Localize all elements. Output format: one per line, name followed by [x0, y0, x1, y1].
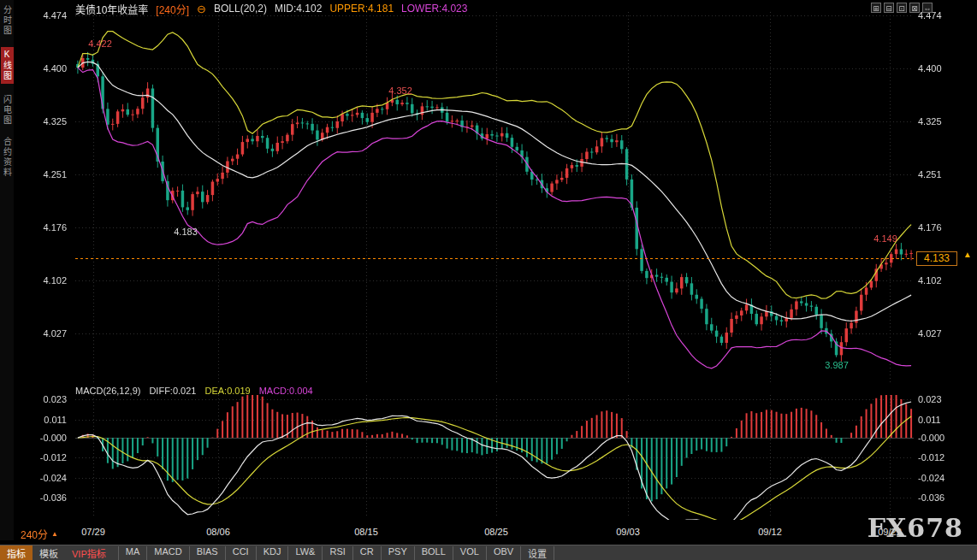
macd-diff-value: DIFF:0.021	[149, 386, 196, 396]
date-axis-label: 09/12	[749, 527, 790, 537]
macd-axis-label-left: 0.011	[19, 415, 67, 425]
boll-mid-value: MID:4.102	[275, 3, 322, 15]
instrument-title: 美债10年收益率	[75, 2, 148, 16]
price-axis-label-left: 4.251	[19, 169, 67, 180]
price-axis-label-right: 4.400	[918, 63, 966, 74]
indicator-tab-ma[interactable]: MA	[118, 546, 147, 560]
indicator-tab-kdj[interactable]: KDJ	[256, 546, 288, 560]
macd-axis-label-left: -0.000	[19, 433, 67, 443]
boll-upper-value: UPPER:4.181	[329, 3, 394, 15]
macd-axis-label-right: 0.023	[918, 394, 966, 404]
toolbar-tab-1[interactable]: 指标	[0, 545, 33, 560]
price-axis-label-right: 4.325	[918, 116, 966, 127]
price-annotation: 4.352	[388, 85, 412, 96]
macd-dea-value: DEA:0.019	[204, 386, 250, 396]
macd-axis-label-right: -0.012	[918, 452, 966, 463]
price-axis-label-right: 4.102	[918, 275, 966, 286]
sidebar-item-4[interactable]: 合约资料	[1, 137, 14, 178]
indicator-tab-vol[interactable]: VOL	[453, 546, 486, 560]
price-axis-label-right: 4.027	[918, 328, 966, 339]
window-control-icon-4[interactable]: ⊠	[909, 3, 920, 13]
watermark: FX678	[867, 513, 963, 543]
main-chart-canvas[interactable]	[0, 0, 977, 523]
latest-price-arrow-icon[interactable]: ▲	[963, 250, 972, 259]
indicator-tab-boll[interactable]: BOLL	[414, 546, 453, 560]
timeframe-selector[interactable]: 240分 ▲	[21, 527, 58, 541]
left-sidebar: 分时图K线图闪电图合约资料	[0, 0, 14, 540]
window-control-icon-2[interactable]: ⊟	[884, 3, 894, 13]
macd-axis-label-right: 0.011	[918, 415, 966, 425]
current-price-badge: 4.133	[916, 251, 957, 266]
macd-axis-label-right: -0.000	[918, 433, 966, 443]
boll-indicator-label: BOLL(20,2)	[214, 3, 267, 15]
price-axis-label-left: 4.325	[19, 116, 67, 127]
trading-app: 分时图K线图闪电图合约资料 美债10年收益率 [240分] ⊖ BOLL(20,…	[0, 0, 977, 560]
macd-header: MACD(26,12,9) DIFF:0.021 DEA:0.019 MACD:…	[75, 386, 313, 396]
indicator-tab-rsi[interactable]: RSI	[322, 546, 352, 560]
price-axis-label-right: 4.176	[918, 222, 966, 233]
price-axis-label-right: 4.251	[918, 169, 966, 180]
indicator-tab-[interactable]: 设置	[520, 546, 554, 560]
date-axis-label: 08/25	[476, 527, 517, 537]
price-axis-label-left: 4.176	[19, 222, 67, 233]
indicator-tab-cr[interactable]: CR	[352, 546, 381, 560]
sidebar-item-2[interactable]: K线图	[1, 47, 14, 84]
date-axis-label: 07/29	[73, 527, 114, 537]
price-annotation: 4.183	[174, 227, 198, 237]
window-control-icon-1[interactable]: ⊞	[871, 3, 881, 13]
price-axis-label-left: 4.400	[19, 63, 67, 74]
price-annotation: 3.987	[825, 360, 849, 370]
indicator-tab-cci[interactable]: CCI	[225, 546, 256, 560]
indicator-tab-obv[interactable]: OBV	[486, 546, 520, 560]
price-annotation: 4.149	[873, 233, 897, 244]
sidebar-item-1[interactable]: 分时图	[1, 5, 14, 36]
macd-axis-label-left: -0.024	[19, 473, 67, 483]
indicator-tab-macd[interactable]: MACD	[146, 546, 188, 560]
window-controls: ⊞⊟⊡⊠⇔	[871, 3, 933, 13]
window-control-icon-3[interactable]: ⊡	[897, 3, 907, 13]
indicator-tab-lw[interactable]: LW&	[287, 546, 322, 560]
macd-axis-label-left: 0.023	[19, 394, 67, 404]
price-annotation: 4.422	[88, 38, 112, 49]
toolbar-tab-3[interactable]: VIP指标	[65, 545, 113, 560]
macd-hist-value: MACD:0.004	[259, 386, 313, 396]
toolbar-tab-2[interactable]: 模板	[33, 545, 65, 560]
boll-lower-value: LOWER:4.023	[401, 3, 467, 15]
timeframe-label[interactable]: [240分]	[156, 2, 189, 16]
date-axis-label: 08/06	[198, 527, 239, 537]
price-axis-label-left: 4.027	[19, 328, 67, 339]
indicator-tab-psy[interactable]: PSY	[381, 546, 414, 560]
sidebar-item-3[interactable]: 闪电图	[1, 95, 14, 126]
dropdown-arrow-icon: ▲	[51, 530, 58, 538]
date-axis-label: 09/03	[607, 527, 648, 537]
macd-title: MACD(26,12,9)	[75, 386, 140, 396]
macd-axis-label-left: -0.012	[19, 452, 67, 463]
collapse-icon[interactable]: ⊖	[197, 3, 206, 15]
chart-header: 美债10年收益率 [240分] ⊖ BOLL(20,2) MID:4.102 U…	[14, 0, 467, 17]
macd-axis-label-left: -0.036	[19, 492, 67, 503]
bottom-toolbar: 指标模板VIP指标MAMACDBIASCCIKDJLW&RSICRPSYBOLL…	[0, 545, 977, 560]
date-axis-label: 08/15	[346, 527, 387, 537]
price-axis-label-left: 4.102	[19, 275, 67, 286]
indicator-tab-bias[interactable]: BIAS	[189, 546, 225, 560]
macd-axis-label-right: -0.024	[918, 473, 966, 483]
timeframe-selector-label: 240分	[21, 527, 48, 541]
window-control-icon-5[interactable]: ⇔	[922, 3, 933, 13]
indicator-tab-group: MAMACDBIASCCIKDJLW&RSICRPSYBOLLVOLOBV设置	[118, 546, 554, 560]
macd-axis-label-right: -0.036	[918, 492, 966, 503]
